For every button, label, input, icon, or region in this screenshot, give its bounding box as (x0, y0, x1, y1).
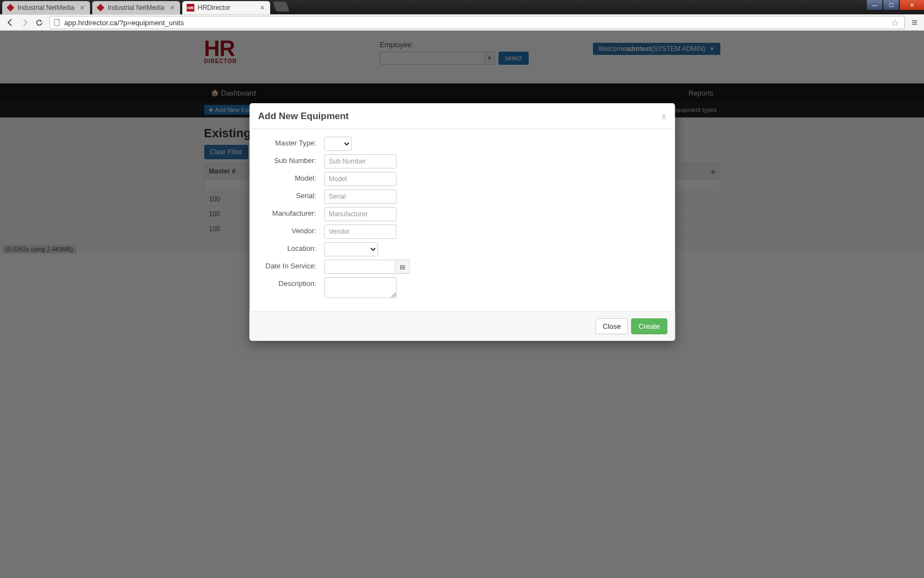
arrow-left-icon (6, 18, 15, 27)
window-minimize-button[interactable]: — (867, 0, 882, 10)
modal-body: Master Type: Sub Number: Model: Serial: … (249, 129, 675, 311)
tab-title: HRDirector (198, 4, 230, 12)
label-master-type: Master Type: (258, 137, 324, 147)
label-manufacturer: Manufacturer: (258, 207, 324, 217)
favicon-icon: HR (187, 4, 194, 12)
window-maximize-button[interactable]: ☐ (883, 0, 899, 10)
modal-header: Add New Equipment x (249, 103, 675, 129)
input-manufacturer[interactable] (324, 207, 396, 221)
browser-tab-bar: Industrial NetMedia × Industrial NetMedi… (0, 0, 924, 14)
browser-tab-1[interactable]: Industrial NetMedia × (2, 1, 90, 14)
favicon-icon (7, 4, 14, 12)
new-tab-button[interactable] (273, 2, 290, 12)
tab-close-icon[interactable]: × (169, 3, 176, 12)
calendar-icon: ▤ (400, 263, 405, 271)
address-bar: app.hrdirector.ca/?p=equipment_units ☆ ≡ (0, 14, 924, 31)
input-description[interactable] (324, 277, 396, 298)
label-date-in-service: Date In Service: (258, 260, 324, 270)
favicon-icon (97, 4, 104, 12)
modal-footer: Close Create (249, 311, 675, 341)
svg-marker-2 (40, 20, 42, 22)
label-vendor: Vendor: (258, 225, 324, 235)
input-model[interactable] (324, 172, 396, 186)
svg-marker-1 (97, 4, 104, 12)
page-icon (53, 19, 61, 26)
label-model: Model: (258, 172, 324, 182)
reload-icon (35, 19, 43, 27)
tab-close-icon[interactable]: × (79, 3, 86, 12)
svg-marker-0 (7, 4, 14, 12)
back-button[interactable] (3, 16, 18, 29)
forward-button[interactable] (18, 16, 32, 29)
bookmark-star-icon[interactable]: ☆ (889, 18, 901, 28)
modal-close-footer-button[interactable]: Close (596, 318, 628, 334)
tab-title: Industrial NetMedia (108, 4, 164, 12)
input-date-in-service[interactable] (324, 260, 395, 274)
browser-tab-3-active[interactable]: HR HRDirector × (182, 1, 270, 14)
input-location[interactable] (324, 242, 378, 256)
add-equipment-modal: Add New Equipment x Master Type: Sub Num… (249, 103, 675, 341)
url-input[interactable]: app.hrdirector.ca/?p=equipment_units ☆ (49, 16, 905, 29)
tab-title: Industrial NetMedia (18, 4, 74, 12)
window-controls: — ☐ ✕ (866, 0, 924, 11)
modal-title: Add New Equipment (258, 111, 349, 122)
label-serial: Serial: (258, 189, 324, 200)
chrome-menu-button[interactable]: ≡ (908, 17, 921, 29)
arrow-right-icon (20, 18, 29, 27)
reload-button[interactable] (32, 16, 46, 29)
label-description: Description: (258, 277, 324, 288)
url-text: app.hrdirector.ca/?p=equipment_units (64, 19, 184, 27)
tab-close-icon[interactable]: × (259, 3, 266, 12)
modal-create-button[interactable]: Create (631, 318, 667, 334)
date-picker-button[interactable]: ▤ (395, 260, 410, 274)
input-serial[interactable] (324, 189, 396, 204)
browser-tab-2[interactable]: Industrial NetMedia × (92, 1, 180, 14)
input-sub-number[interactable] (324, 154, 396, 169)
input-master-type[interactable] (324, 137, 351, 151)
label-sub-number: Sub Number: (258, 154, 324, 165)
window-close-button[interactable]: ✕ (900, 0, 924, 10)
modal-close-button[interactable]: x (662, 111, 666, 121)
input-vendor[interactable] (324, 225, 396, 239)
label-location: Location: (258, 242, 324, 252)
